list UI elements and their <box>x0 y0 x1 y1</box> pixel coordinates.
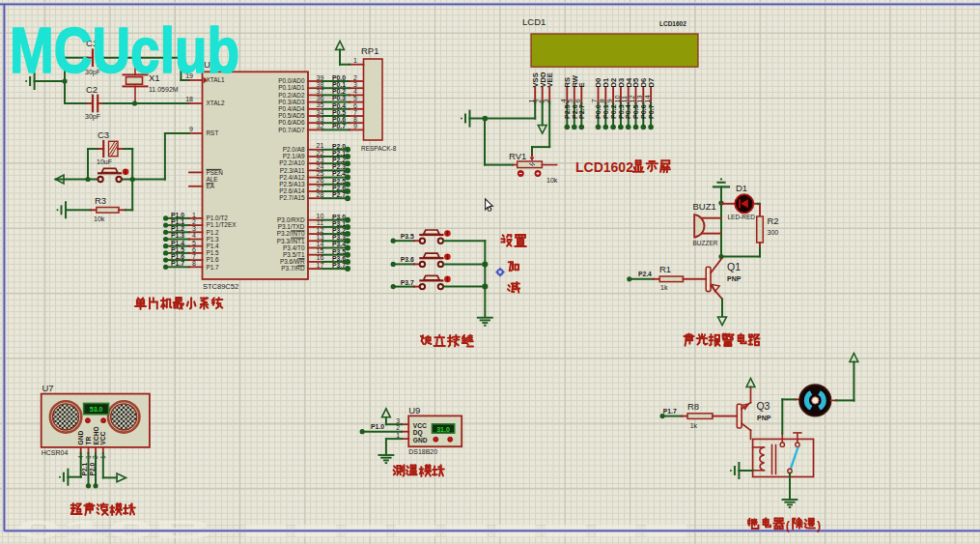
svg-text:33: 33 <box>317 116 324 123</box>
svg-text:P2.4: P2.4 <box>332 170 346 177</box>
svg-text:P2.0/A8: P2.0/A8 <box>283 146 305 153</box>
svg-text:P1.2: P1.2 <box>171 225 184 232</box>
svg-text:7: 7 <box>192 253 196 260</box>
svg-text:RST: RST <box>207 129 219 136</box>
svg-text:P3.6: P3.6 <box>401 256 414 263</box>
svg-text:11.0592M: 11.0592M <box>149 86 179 93</box>
svg-text:Q3: Q3 <box>756 400 770 412</box>
svg-text:R1: R1 <box>659 264 671 274</box>
svg-text:P3.2/INT0: P3.2/INT0 <box>277 230 305 237</box>
svg-text:P2.0: P2.0 <box>332 143 346 150</box>
svg-text:P1.2: P1.2 <box>207 229 220 236</box>
svg-text:P3.0/RXD: P3.0/RXD <box>277 216 305 223</box>
svg-text:P0.7: P0.7 <box>332 123 346 129</box>
svg-text:P0.7: P0.7 <box>647 104 656 119</box>
svg-text:8: 8 <box>353 116 357 123</box>
svg-text:25: 25 <box>317 170 324 177</box>
svg-text:P3.0: P3.0 <box>332 214 346 220</box>
svg-text:P0.1/AD1: P0.1/AD1 <box>278 84 305 91</box>
svg-text:1: 1 <box>396 432 400 439</box>
svg-text:300: 300 <box>768 229 779 236</box>
svg-text:2: 2 <box>396 424 400 431</box>
svg-text:6: 6 <box>353 102 357 109</box>
svg-text:P0.5/AD5: P0.5/AD5 <box>278 112 305 119</box>
svg-text:35: 35 <box>317 101 324 108</box>
svg-text:RP1: RP1 <box>361 45 378 56</box>
svg-text:P1.4: P1.4 <box>171 240 184 246</box>
svg-text:P2.1: P2.1 <box>81 463 88 476</box>
svg-text:P0.0: P0.0 <box>332 74 346 81</box>
svg-text:P2.1/A9: P2.1/A9 <box>283 153 305 159</box>
svg-text:R2: R2 <box>768 215 779 226</box>
svg-text:P3.5: P3.5 <box>401 233 414 240</box>
svg-text:BUZZER: BUZZER <box>693 240 718 246</box>
svg-text:P2.2/A10: P2.2/A10 <box>279 159 305 166</box>
svg-text:U9: U9 <box>408 405 420 415</box>
svg-text:P1.3: P1.3 <box>171 232 184 239</box>
svg-text:P0.4/AD4: P0.4/AD4 <box>278 105 305 112</box>
svg-text:P0.3/AD3: P0.3/AD3 <box>278 99 305 105</box>
svg-text:P2.0: P2.0 <box>89 463 96 476</box>
svg-text:1: 1 <box>192 212 196 218</box>
svg-text:RESPACK-8: RESPACK-8 <box>361 145 397 152</box>
svg-text:8: 8 <box>192 260 196 267</box>
svg-text:1: 1 <box>353 57 357 64</box>
svg-text:1k: 1k <box>690 422 698 429</box>
svg-text:5: 5 <box>192 240 196 246</box>
svg-text:LCD1: LCD1 <box>522 16 546 27</box>
svg-text:P3.4: P3.4 <box>332 241 346 247</box>
svg-text:R8: R8 <box>687 401 699 412</box>
svg-text:6: 6 <box>574 99 582 102</box>
svg-text:P0.3: P0.3 <box>332 95 346 101</box>
svg-text:PNP: PNP <box>727 275 742 282</box>
svg-text:P2.7: P2.7 <box>577 104 586 119</box>
svg-text:18: 18 <box>185 96 193 102</box>
svg-text:22: 22 <box>317 150 324 157</box>
svg-text:3: 3 <box>396 417 400 424</box>
svg-text:MCUclub: MCUclub <box>10 14 239 86</box>
svg-text:P0.2: P0.2 <box>332 88 346 95</box>
svg-text:P0.1: P0.1 <box>332 81 346 88</box>
svg-text:P2.6/A14: P2.6/A14 <box>279 187 305 194</box>
svg-text:PNP: PNP <box>757 415 771 421</box>
svg-text:P3.1: P3.1 <box>332 220 346 227</box>
svg-text:P2.5: P2.5 <box>332 178 346 185</box>
svg-text:ALE: ALE <box>207 176 218 183</box>
svg-text:ECHO: ECHO <box>93 426 99 444</box>
svg-text:P0.2/AD2: P0.2/AD2 <box>278 92 305 99</box>
svg-text:24: 24 <box>317 163 324 170</box>
svg-text:VCC: VCC <box>99 431 106 444</box>
svg-text:C3: C3 <box>98 129 109 140</box>
svg-text:D1: D1 <box>736 183 747 193</box>
svg-text:VEE: VEE <box>546 72 554 87</box>
svg-text:16: 16 <box>317 254 324 261</box>
svg-text:P1.0: P1.0 <box>171 212 184 218</box>
svg-text:P1.4: P1.4 <box>207 243 220 249</box>
svg-text:14: 14 <box>317 241 324 247</box>
svg-text:P1.7: P1.7 <box>663 408 677 415</box>
svg-text:P3.6: P3.6 <box>332 255 346 262</box>
svg-text:P2.7: P2.7 <box>332 191 346 198</box>
svg-text:Q1: Q1 <box>727 261 741 272</box>
svg-text:P1.0: P1.0 <box>371 423 384 430</box>
svg-text:P2.4/A12: P2.4/A12 <box>279 174 305 181</box>
svg-text:13: 13 <box>317 234 324 241</box>
svg-text:P3.5/T1: P3.5/T1 <box>283 251 305 258</box>
svg-text:D7: D7 <box>647 78 656 88</box>
svg-text:P0.5: P0.5 <box>332 109 346 116</box>
svg-text:P1.6: P1.6 <box>171 253 184 260</box>
svg-text:P3.2: P3.2 <box>332 227 346 234</box>
svg-text:P0.6: P0.6 <box>332 116 346 123</box>
svg-text:LCD1602: LCD1602 <box>575 159 633 175</box>
svg-text:14: 14 <box>643 95 652 102</box>
svg-text:LED-RED: LED-RED <box>728 214 756 220</box>
svg-text:9: 9 <box>353 123 357 129</box>
svg-text:4: 4 <box>353 88 357 95</box>
svg-text:7: 7 <box>353 109 357 116</box>
svg-text:27: 27 <box>317 185 324 191</box>
svg-text:P1.3: P1.3 <box>207 236 220 243</box>
svg-text:HCSR04: HCSR04 <box>42 449 69 456</box>
svg-text:P1.1/T2EX: P1.1/T2EX <box>207 221 238 228</box>
svg-text:38: 38 <box>317 81 324 88</box>
svg-text:5: 5 <box>353 95 357 101</box>
